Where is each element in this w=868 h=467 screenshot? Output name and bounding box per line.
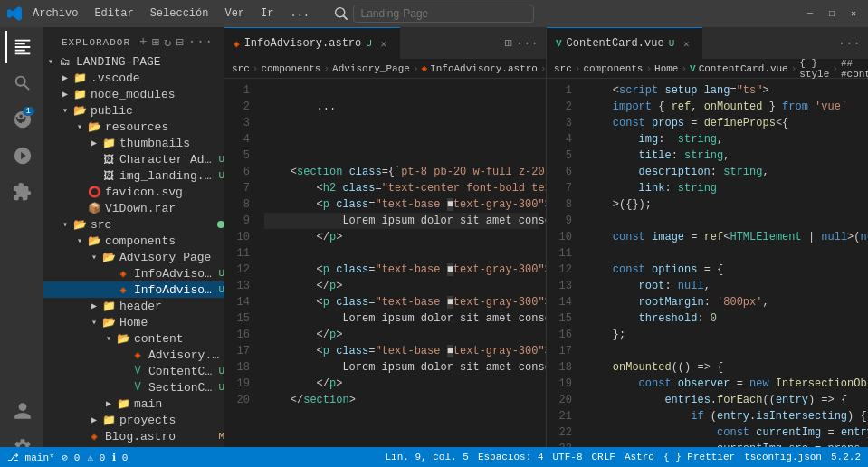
code-line: const observer = new IntersectionObserve… [587,376,861,392]
more-actions-button[interactable]: ··· [188,34,214,50]
right-tab-badge: U [669,38,675,49]
code-line: <p class="text-base ■text-gray-300"> [264,196,539,213]
menu-archivo[interactable]: Archivo [25,5,85,22]
right-tab-close[interactable]: ✕ [679,36,693,51]
tree-sectioncont[interactable]: V SectionCont... U [43,379,224,396]
tree-img-landing[interactable]: 🖼 img_landing.we... U [43,167,224,184]
code-line: >({}); [587,196,861,213]
activity-debug[interactable] [5,139,38,172]
tree-main[interactable]: ▶ 📁 main [43,396,224,412]
menu-editar[interactable]: Editar [87,5,140,22]
activity-bar: 1 [0,27,43,467]
status-tsconfig[interactable]: tsconfig.json [744,452,822,462]
status-position[interactable]: Lin. 9, col. 5 [385,452,468,462]
tree-proyects[interactable]: ▶ 📁 proyects [43,412,224,428]
editor-pane-right: V ContentCard.vue U ✕ ··· src › comp [547,27,868,467]
tree-character-advis[interactable]: 🖼 Character Advis... U [43,151,224,167]
left-code-content[interactable]: ... <section class={`pt-8 pb-20 w-full z… [257,79,546,467]
right-pane-actions: ··· [831,27,868,59]
code-line: entries.forEach((entry) => { [587,392,861,408]
tree-public[interactable]: ▾ 📂 public [43,102,224,119]
code-line: }; [587,327,861,343]
tree-favicon[interactable]: ⭕ favicon.svg [43,184,224,200]
status-language[interactable]: Astro [625,452,654,462]
status-version[interactable]: 5.2.2 [831,452,861,462]
code-line: <p class="text-base ■text-gray-300"> [264,343,539,359]
tree-header[interactable]: ▶ 📁 header [43,298,224,314]
menu-more[interactable]: ... [282,5,317,22]
code-line [587,245,861,262]
tree-infoadvisory1[interactable]: ◈ InfoAdvisory... U [43,265,224,281]
more-options-button[interactable]: ··· [516,36,539,51]
code-line: </p> [264,376,539,392]
tree-content[interactable]: ▾ 📂 content [43,330,224,347]
right-editor-content[interactable]: 12345 678910 1112131415 1617181920 21222… [547,79,868,467]
activity-extensions[interactable] [5,176,38,208]
sidebar-title: EXPLORADOR [62,37,130,48]
tree-home[interactable]: ▾ 📂 Home [43,314,224,330]
status-formatter[interactable]: { } Prettier [663,452,735,462]
status-encoding[interactable]: UTF-8 [553,452,583,462]
tree-advisory-page[interactable]: ▾ 📂 Advisory_Page [43,249,224,265]
left-editor-content[interactable]: 12345 678910 1112131415 1617181920 ... [224,79,546,467]
editor-area: ◈ InfoAdvisory.astro U ✕ ⊞ ··· sr [224,27,868,467]
code-line [587,343,861,359]
tree-thumbnails[interactable]: ▶ 📁 thumbnails [43,135,224,151]
restore-button[interactable]: □ [825,8,839,19]
code-line: onMounted(() => { [587,359,861,376]
close-button[interactable]: ✕ [846,8,861,19]
activity-account[interactable] [5,395,38,427]
tree-infoadvisory2[interactable]: ◈ InfoAdvisory.a... U [43,281,224,298]
tree-node-modules[interactable]: ▶ 📁 node_modules [43,86,224,102]
status-eol[interactable]: CRLF [592,452,615,462]
code-line: <p class="text-base ■text-gray-300"> [264,262,539,278]
code-line [264,131,539,148]
app-icon [7,6,22,21]
new-folder-button[interactable]: ⊞ [151,34,159,50]
code-line: title: string, [587,148,861,164]
left-tab-close[interactable]: ✕ [377,36,391,51]
tree-blog-astro[interactable]: ◈ Blog.astro M [43,428,224,444]
refresh-button[interactable]: ↻ [164,34,172,50]
code-line: </p> [264,229,539,245]
tree-root[interactable]: ▾ 🗂 LANDING-PAGE [43,53,224,70]
right-tab-contentcard[interactable]: V ContentCard.vue U ✕ [547,27,702,59]
code-line [264,245,539,262]
status-right-items: Lin. 9, col. 5 Espacios: 4 UTF-8 CRLF As… [385,452,861,462]
tree-src[interactable]: ▾ 📂 src [43,216,224,233]
tree-contentcard[interactable]: V ContentCard... U [43,363,224,379]
menu-ver[interactable]: Ver [217,5,252,22]
breadcrumb-left: src › components › Advisory_Page › ◈ Inf… [224,59,546,79]
left-tab-label: InfoAdvisory.astro [244,37,362,50]
right-code-content[interactable]: <script setup lang="ts"> import { ref, o… [579,79,868,467]
code-line: if (entry.isIntersecting) { [587,408,861,424]
menu-ir[interactable]: Ir [253,5,281,22]
activity-search[interactable] [5,67,38,100]
activity-explorer[interactable] [5,31,38,63]
astro-icon: ◈ [234,38,240,50]
title-bar-right: ─ □ ✕ [803,8,861,19]
code-line: description: string, [587,164,861,180]
sidebar-header: EXPLORADOR + ⊞ ↻ ⊟ ··· [43,27,224,53]
breadcrumb-right: src › components › Home › V ContentCard.… [547,59,868,79]
title-search-input[interactable] [353,5,534,23]
sidebar-actions: + ⊞ ↻ ⊟ ··· [139,34,214,50]
activity-git[interactable]: 1 [5,103,38,136]
status-spaces[interactable]: Espacios: 4 [478,452,544,462]
tree-vidown[interactable]: 📦 ViDown.rar [43,200,224,216]
tree-components[interactable]: ▾ 📂 components [43,233,224,249]
minimize-button[interactable]: ─ [803,8,817,19]
left-tab-infoadvisory[interactable]: ◈ InfoAdvisory.astro U ✕ [224,27,400,59]
right-more-options-button[interactable]: ··· [838,36,861,51]
left-pane-actions: ⊞ ··· [497,27,546,59]
code-line: <p class="text-base ■text-gray-300"> [264,294,539,310]
menu-seleccion[interactable]: Selección [143,5,216,22]
split-editor-button[interactable]: ⊞ [504,35,511,51]
tree-resources[interactable]: ▾ 📂 resources [43,119,224,135]
code-line: import { ref, onMounted } from 'vue' [587,99,861,115]
code-line [587,213,861,229]
tree-vscode[interactable]: ▶ 📁 .vscode [43,70,224,86]
collapse-all-button[interactable]: ⊟ [176,34,184,50]
new-file-button[interactable]: + [139,34,148,50]
tree-advisory-astro[interactable]: ◈ Advisory.astro [43,347,224,363]
